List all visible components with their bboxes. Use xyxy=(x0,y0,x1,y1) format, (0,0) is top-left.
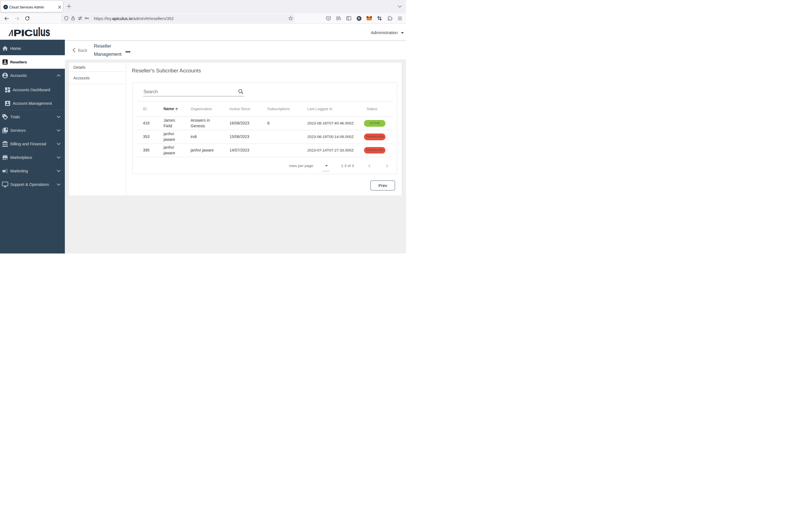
svg-text:PIC: PIC xyxy=(13,28,33,36)
svg-text:ulus: ulus xyxy=(33,27,50,36)
svg-text:K: K xyxy=(358,17,360,20)
